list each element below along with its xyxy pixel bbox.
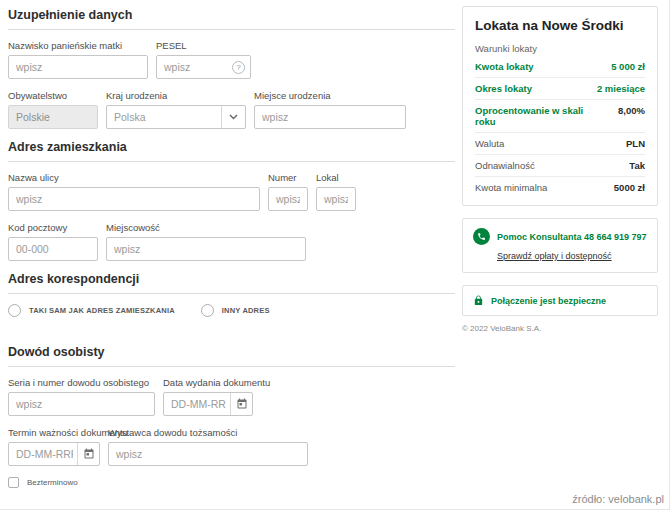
pesel-input[interactable] (157, 56, 232, 78)
summary-row-minimum: Kwota minimalna 5000 zł (475, 177, 645, 194)
section-title-address: Adres zamieszkania (8, 140, 455, 162)
summary-row-value: PLN (626, 138, 645, 149)
checkbox-icon[interactable] (8, 477, 19, 488)
correspondence-options: TAKI SAM JAK ADRES ZAMIESZKANIA INNY ADR… (8, 304, 455, 317)
house-number-input[interactable] (268, 187, 308, 211)
consultant-help-text: Pomoc Konsultanta 48 664 919 797 (497, 232, 647, 242)
birth-place-input[interactable] (254, 105, 406, 129)
phone-icon (473, 228, 490, 245)
postal-code-field: Kod pocztowy (8, 222, 98, 261)
apartment-input[interactable] (316, 187, 356, 211)
mother-maiden-field: Nazwisko panieńskie matki (8, 40, 148, 79)
copyright-text: © 2022 VeloBank S.A. (462, 324, 658, 333)
summary-row-value: 2 miesiące (597, 83, 645, 94)
postal-code-label: Kod pocztowy (8, 222, 98, 233)
summary-row-label: Waluta (475, 138, 504, 149)
citizenship-label: Obywatelstwo (8, 90, 98, 101)
house-number-label: Numer (268, 172, 308, 183)
issue-date-group (163, 392, 253, 416)
issue-date-field: Data wydania dokumentu (163, 377, 253, 416)
issue-date-input[interactable] (164, 393, 230, 415)
city-label: Miejscowość (106, 222, 306, 233)
pesel-label: PESEL (156, 40, 251, 51)
radio-icon[interactable] (201, 304, 214, 317)
summary-row-value: 8,00% (618, 105, 645, 116)
calendar-icon[interactable] (230, 393, 252, 415)
house-number-field: Numer (268, 172, 308, 211)
id-series-label: Seria i numer dowodu osobistego (8, 377, 155, 388)
mother-maiden-input[interactable] (8, 55, 148, 79)
id-series-input[interactable] (8, 392, 155, 416)
citizenship-input (8, 105, 98, 129)
summary-row-value: 5000 zł (614, 182, 645, 193)
summary-row-label: Oprocentowanie w skali roku (475, 105, 585, 127)
expiry-date-input[interactable] (9, 443, 77, 465)
consultant-help-card: Pomoc Konsultanta 48 664 919 797 Sprawdź… (462, 218, 658, 273)
mother-maiden-label: Nazwisko panieńskie matki (8, 40, 148, 51)
birth-country-value: Polska (107, 111, 221, 123)
summary-row-label: Odnawialność (475, 160, 535, 171)
source-watermark: źródło: velobank.pl (572, 493, 664, 505)
indefinite-checkbox-row[interactable]: Bezterminowo (8, 477, 455, 488)
radio-same-address-label: TAKI SAM JAK ADRES ZAMIESZKANIA (29, 306, 175, 315)
id-series-field: Seria i numer dowodu osobistego (8, 377, 155, 416)
fees-availability-link[interactable]: Sprawdź opłaty i dostępność (497, 251, 612, 261)
radio-icon[interactable] (8, 304, 21, 317)
street-field: Nazwa ulicy (8, 172, 260, 211)
section-title-id-document: Dowód osobisty (8, 345, 455, 367)
summary-row-renewable: Odnawialność Tak (475, 155, 645, 177)
street-label: Nazwa ulicy (8, 172, 260, 183)
summary-row-rate: Oprocentowanie w skali roku 8,00% (475, 100, 645, 133)
section-id-document: Dowód osobisty Seria i numer dowodu osob… (8, 345, 455, 488)
birth-country-select[interactable]: Polska (106, 105, 246, 129)
help-icon[interactable]: ? (232, 61, 245, 74)
summary-row-label: Kwota lokaty (475, 61, 534, 72)
citizenship-field: Obywatelstwo (8, 90, 98, 129)
summary-row-label: Okres lokaty (475, 83, 532, 94)
chevron-down-icon (221, 106, 245, 128)
expiry-date-group (8, 442, 100, 466)
summary-row-currency: Waluta PLN (475, 133, 645, 155)
calendar-icon[interactable] (77, 443, 99, 465)
indefinite-label: Bezterminowo (27, 478, 78, 487)
secure-connection-card: Połączenie jest bezpieczne (462, 285, 658, 316)
summary-row-value: Tak (629, 160, 645, 171)
summary-row-amount: Kwota lokaty 5 000 zł (475, 56, 645, 78)
id-issuer-field: Wystawca dowodu tożsamości (108, 427, 308, 466)
section-title-correspondence: Adres korespondencji (8, 272, 455, 294)
city-input[interactable] (106, 237, 306, 261)
birth-place-label: Miejsce urodzenia (254, 90, 406, 101)
apartment-field: Lokal (316, 172, 356, 211)
pesel-input-group: ? (156, 55, 251, 79)
section-correspondence: Adres korespondencji TAKI SAM JAK ADRES … (8, 272, 455, 317)
street-input[interactable] (8, 187, 260, 211)
summary-row-label: Kwota minimalna (475, 182, 547, 193)
deposit-subtitle: Warunki lokaty (475, 43, 645, 54)
secure-connection-text: Połączenie jest bezpieczne (491, 296, 606, 306)
summary-row-period: Okres lokaty 2 miesiące (475, 78, 645, 100)
postal-code-input[interactable] (8, 237, 98, 261)
issue-date-label: Data wydania dokumentu (163, 377, 253, 388)
section-personal-data: Uzupełnienie danych Nazwisko panieńskie … (8, 8, 455, 129)
section-home-address: Adres zamieszkania Nazwa ulicy Numer Lok… (8, 140, 455, 261)
birth-country-label: Kraj urodzenia (106, 90, 246, 101)
deposit-title: Lokata na Nowe Środki (475, 18, 645, 33)
id-issuer-input[interactable] (108, 442, 308, 466)
birth-place-field: Miejsce urodzenia (254, 90, 406, 129)
city-field: Miejscowość (106, 222, 306, 261)
radio-same-address[interactable]: TAKI SAM JAK ADRES ZAMIESZKANIA (8, 304, 175, 317)
lock-icon (473, 294, 484, 307)
deposit-application-page: Uzupełnienie danych Nazwisko panieńskie … (0, 0, 670, 510)
apartment-label: Lokal (316, 172, 356, 183)
deposit-summary-panel: Lokata na Nowe Środki Warunki lokaty Kwo… (462, 6, 658, 333)
id-issuer-label: Wystawca dowodu tożsamości (108, 427, 308, 438)
expiry-date-field: Termin ważności dokumentu (8, 427, 100, 466)
pesel-field: PESEL ? (156, 40, 251, 79)
radio-other-address[interactable]: INNY ADRES (201, 304, 270, 317)
summary-row-value: 5 000 zł (611, 61, 645, 72)
birth-country-field: Kraj urodzenia Polska (106, 90, 246, 129)
radio-other-address-label: INNY ADRES (222, 306, 270, 315)
form-column: Uzupełnienie danych Nazwisko panieńskie … (8, 8, 455, 488)
section-title-personal: Uzupełnienie danych (8, 8, 455, 30)
expiry-date-label: Termin ważności dokumentu (8, 427, 100, 438)
